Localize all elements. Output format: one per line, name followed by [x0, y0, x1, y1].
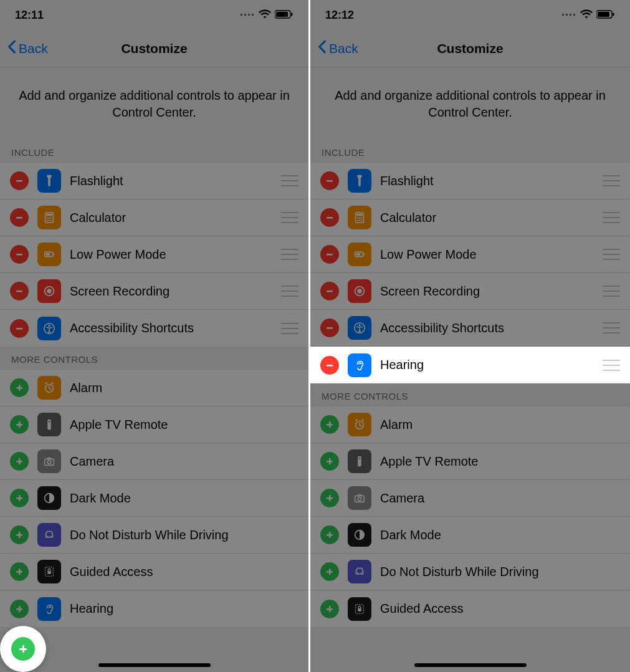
add-button[interactable]	[10, 415, 29, 434]
flashlight-icon	[348, 169, 371, 193]
battery-icon	[596, 9, 615, 22]
row-dark-mode: Dark Mode	[310, 517, 630, 554]
row-label: Guided Access	[380, 602, 620, 616]
home-indicator	[98, 663, 211, 667]
add-button[interactable]	[320, 600, 339, 618]
drag-handle-icon[interactable]	[603, 286, 620, 297]
nav-bar: Back Customize	[310, 30, 630, 67]
add-button[interactable]	[320, 489, 339, 507]
drag-handle-icon[interactable]	[281, 212, 298, 223]
add-button[interactable]	[10, 600, 29, 618]
add-button-highlighted[interactable]	[11, 637, 35, 661]
dark-mode-icon	[348, 523, 371, 547]
add-button[interactable]	[320, 415, 339, 434]
row-screen-recording: Screen Recording	[0, 273, 308, 310]
low-power-mode-icon	[37, 242, 61, 266]
row-label: Calculator	[380, 211, 594, 225]
svg-rect-62	[327, 254, 333, 256]
svg-rect-27	[16, 424, 22, 426]
add-button[interactable]	[10, 526, 29, 544]
nav-bar: Back Customize	[0, 30, 308, 67]
row-label: Screen Recording	[380, 284, 594, 299]
svg-rect-50	[598, 12, 609, 17]
row-apple-tv-remote: Apple TV Remote	[310, 443, 630, 480]
svg-rect-6	[46, 214, 52, 216]
svg-rect-38	[16, 534, 22, 536]
row-label: Dark Mode	[380, 528, 620, 542]
remove-button[interactable]	[10, 208, 29, 227]
remove-button[interactable]	[10, 171, 29, 190]
row-guided-access: Guided Access	[0, 554, 308, 590]
svg-rect-28	[47, 420, 51, 430]
status-bar: 12:11 ····	[0, 0, 308, 30]
wifi-icon	[580, 9, 593, 22]
callout-highlight	[0, 626, 46, 672]
svg-rect-2	[291, 12, 293, 16]
svg-point-39	[47, 535, 48, 537]
svg-rect-52	[327, 180, 333, 182]
svg-rect-15	[46, 253, 50, 256]
battery-icon	[275, 9, 294, 22]
wifi-icon	[259, 9, 271, 22]
screenshot-left: 12:11 ···· Back Customize Add and organi…	[0, 0, 310, 672]
remove-button[interactable]	[320, 319, 339, 337]
row-label: Accessibility Shortcuts	[380, 321, 594, 335]
add-button[interactable]	[320, 452, 339, 471]
calculator-icon	[348, 206, 371, 229]
remove-button[interactable]	[10, 319, 29, 338]
svg-rect-69	[327, 327, 333, 329]
svg-rect-53	[327, 217, 333, 219]
include-list: Flashlight Calculator Low Power Mode Scr…	[0, 163, 308, 347]
cellular-dots-icon: ····	[561, 9, 576, 22]
add-button[interactable]	[10, 378, 29, 397]
drag-handle-icon[interactable]	[281, 323, 298, 334]
svg-rect-1	[276, 12, 288, 17]
drag-handle-icon[interactable]	[603, 322, 620, 334]
remove-button[interactable]	[320, 356, 339, 375]
remove-button[interactable]	[320, 245, 339, 264]
svg-point-68	[357, 289, 361, 293]
add-button[interactable]	[10, 452, 29, 471]
dark-mode-icon	[37, 486, 61, 510]
row-camera: Camera	[0, 443, 308, 480]
calculator-icon	[37, 206, 61, 229]
alarm-icon	[37, 376, 61, 400]
remove-button[interactable]	[10, 245, 29, 264]
svg-rect-16	[53, 253, 54, 256]
row-dnd-driving: Do Not Disturb While Driving	[0, 517, 308, 554]
svg-rect-94	[358, 608, 361, 612]
row-dark-mode: Dark Mode	[0, 480, 308, 517]
drag-handle-icon[interactable]	[281, 286, 298, 297]
row-calculator: Calculator	[310, 199, 630, 236]
row-label: Hearing	[70, 602, 298, 616]
drag-handle-icon[interactable]	[603, 360, 620, 371]
svg-rect-81	[327, 497, 333, 499]
add-button[interactable]	[320, 526, 339, 544]
svg-rect-31	[16, 461, 22, 463]
row-label: Apple TV Remote	[380, 454, 620, 469]
add-button[interactable]	[10, 489, 29, 507]
row-label: Low Power Mode	[70, 247, 272, 262]
intro-text: Add and organize additional controls to …	[0, 67, 308, 140]
add-button[interactable]	[320, 562, 339, 581]
drag-handle-icon[interactable]	[603, 175, 620, 186]
remove-button[interactable]	[10, 282, 29, 300]
add-button[interactable]	[10, 562, 29, 581]
back-button[interactable]: Back	[7, 40, 48, 57]
remove-button[interactable]	[320, 282, 339, 300]
svg-rect-3	[16, 180, 22, 182]
drag-handle-icon[interactable]	[281, 249, 298, 260]
drag-handle-icon[interactable]	[281, 175, 298, 186]
svg-point-71	[358, 324, 360, 326]
svg-rect-46	[16, 608, 22, 610]
svg-rect-66	[327, 290, 333, 292]
remove-button[interactable]	[320, 208, 339, 227]
row-label: Camera	[70, 454, 298, 469]
svg-point-79	[359, 458, 360, 459]
svg-rect-35	[16, 497, 22, 499]
drag-handle-icon[interactable]	[603, 212, 620, 223]
drag-handle-icon[interactable]	[603, 249, 620, 260]
remove-button[interactable]	[320, 171, 339, 190]
row-accessibility-shortcuts: Accessibility Shortcuts	[310, 310, 630, 347]
back-button[interactable]: Back	[318, 40, 358, 57]
